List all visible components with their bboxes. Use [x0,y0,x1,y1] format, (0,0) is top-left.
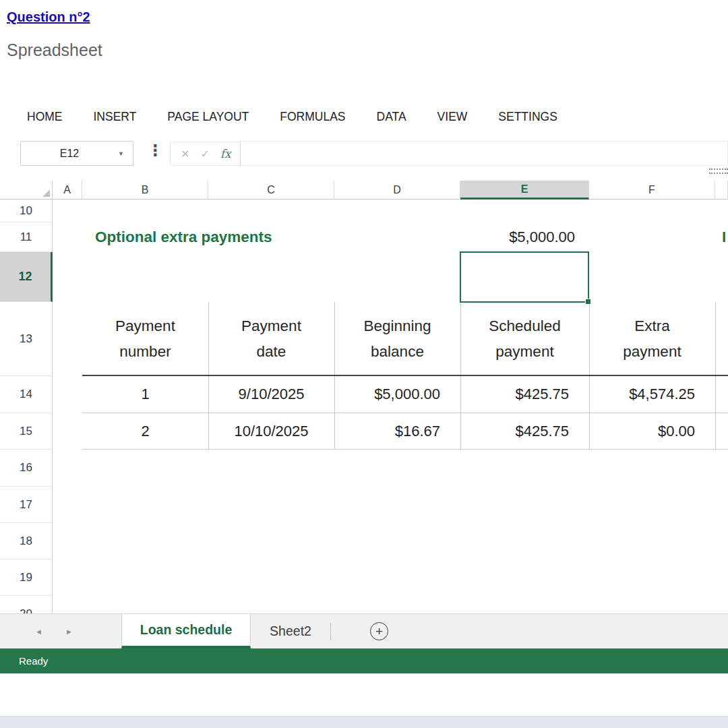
cell-f15[interactable]: $0.00 [589,413,715,449]
tab-sheet2[interactable]: Sheet2 [251,614,330,648]
add-sheet-button[interactable]: + [370,622,388,640]
formula-action-group: ✕ ✓ fx [170,142,242,166]
table-header-extra-payment[interactable]: Extra payment [589,302,715,376]
row-header-10[interactable]: 10 [0,200,53,222]
cell-b15[interactable]: 2 [82,413,208,449]
tab-navigation: ◄ ► [0,614,121,648]
cell-b11-extra-payments-label[interactable]: Optional extra payments [82,222,338,252]
menu-formulas[interactable]: FORMULAS [280,110,345,124]
nav-right-icon[interactable]: ► [65,628,73,636]
cell-d14[interactable]: $5,000.00 [334,376,460,413]
resize-dots-icon[interactable] [709,169,728,174]
page: Question n°2 Spreadsheet HOME INSERT PAG… [0,0,728,728]
column-header-f[interactable]: F [589,181,715,200]
cell-e14[interactable]: $425.75 [460,376,589,413]
column-header-a[interactable]: A [53,181,82,200]
column-header-d[interactable]: D [334,181,460,200]
row-header-11[interactable]: 11 [0,222,53,252]
sheet-tab-bar: ◄ ► Loan schedule Sheet2 + [0,613,728,648]
page-subtitle: Spreadsheet [7,40,102,60]
menu-view[interactable]: VIEW [437,110,468,124]
menu-home[interactable]: HOME [27,110,63,124]
chevron-down-icon[interactable]: ▼ [118,150,133,157]
table-gridline [82,449,728,450]
row-header-13[interactable]: 13 [0,302,53,376]
row-header-18[interactable]: 18 [0,523,53,559]
cancel-icon[interactable]: ✕ [181,148,189,160]
cell-b14[interactable]: 1 [82,376,208,413]
formula-input[interactable] [240,141,728,166]
row-header-14[interactable]: 14 [0,376,53,413]
menu-bar: HOME INSERT PAGE LAYOUT FORMULAS DATA VI… [27,110,557,124]
more-options-icon[interactable]: ⋮ [148,142,163,160]
row-header-17[interactable]: 17 [0,487,53,523]
menu-page-layout[interactable]: PAGE LAYOUT [167,110,249,124]
nav-left-icon[interactable]: ◄ [35,628,42,636]
cell-c14[interactable]: 9/10/2025 [208,376,334,413]
clipped-right-text: I [722,222,728,252]
table-header-scheduled-payment[interactable]: Scheduled payment [460,302,589,376]
table-header-payment-date[interactable]: Payment date [208,302,334,376]
status-text: Ready [19,655,48,667]
select-all-corner[interactable] [0,181,53,200]
selected-cell-e12[interactable] [460,251,589,303]
cell-e15[interactable]: $425.75 [460,413,589,449]
table-header-payment-number[interactable]: Payment number [82,302,208,376]
check-icon[interactable]: ✓ [200,148,209,160]
row-header-12[interactable]: 12 [0,252,53,302]
tab-loan-schedule[interactable]: Loan schedule [121,614,251,648]
table-header-beginning-balance[interactable]: Beginning balance [334,302,460,376]
fill-handle[interactable] [585,299,591,305]
column-header-b[interactable]: B [82,181,208,200]
row-header-19[interactable]: 19 [0,559,53,596]
cell-name-box[interactable]: E12 ▼ [20,141,133,166]
cell-e11-extra-payments-value[interactable]: $5,000.00 [460,222,589,252]
question-link[interactable]: Question n°2 [7,9,90,25]
menu-data[interactable]: DATA [377,110,406,124]
fx-icon[interactable]: fx [220,147,231,160]
row-header-16[interactable]: 16 [0,450,53,487]
column-header-c[interactable]: C [208,181,334,200]
tab-divider [330,623,331,640]
cell-c15[interactable]: 10/10/2025 [208,413,334,449]
status-bar: Ready [0,648,728,673]
menu-settings[interactable]: SETTINGS [498,110,557,124]
name-box-value: E12 [21,148,118,160]
page-bottom-strip [0,716,728,728]
menu-insert[interactable]: INSERT [94,110,137,124]
column-header-partial[interactable] [715,181,728,200]
cell-f14[interactable]: $4,574.25 [589,376,715,413]
row-header-15[interactable]: 15 [0,413,53,450]
cell-d15[interactable]: $16.67 [334,413,460,449]
column-header-e[interactable]: E [460,181,589,200]
